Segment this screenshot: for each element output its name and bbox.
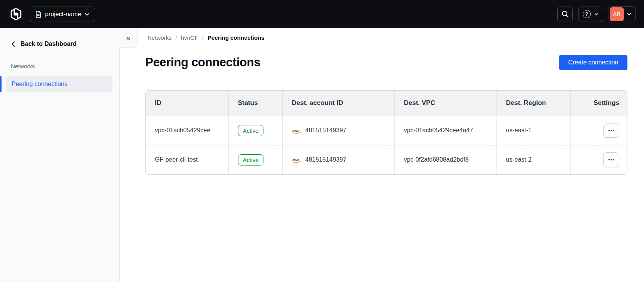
aws-icon: aws [292, 157, 301, 164]
cell-dest-account-id: aws 481515149397 [282, 145, 394, 174]
row-settings-button[interactable] [603, 123, 619, 138]
document-icon [35, 11, 41, 18]
breadcrumb-current: Peering connections [208, 34, 265, 41]
active-indicator [0, 76, 2, 92]
page-title: Peering connections [145, 55, 260, 70]
breadcrumb-hvn[interactable]: hvnGF [181, 34, 198, 41]
hashicorp-logo[interactable] [10, 8, 22, 20]
table-row: vpc-01acb05429cee Active aws 48151514939… [146, 116, 627, 145]
cell-id: vpc-01acb05429cee [146, 116, 228, 145]
row-settings-button[interactable] [603, 152, 619, 167]
hashicorp-logo-icon [10, 8, 22, 20]
search-icon [562, 10, 569, 18]
chevron-down-icon [627, 13, 631, 15]
create-connection-button[interactable]: Create connection [559, 55, 627, 70]
search-button[interactable] [557, 7, 573, 22]
sidebar-section-networks: Networks [11, 63, 119, 69]
svg-text:aws: aws [292, 157, 299, 162]
peering-connections-table: ID Status Dest. account ID Dest. VPC Des… [145, 90, 627, 175]
help-menu-button[interactable]: ? [578, 7, 603, 22]
cell-dest-vpc: vpc-0f2afd6808ad2bdf8 [394, 145, 496, 174]
table-row: GF-peer-cli-test Active aws 481515149397… [146, 145, 627, 174]
breadcrumb-separator: / [202, 34, 204, 41]
project-switcher[interactable]: project-name [30, 7, 95, 22]
cell-settings [570, 116, 627, 145]
sidebar: Back to Dashboard Networks Peering conne… [0, 28, 120, 282]
aws-icon: aws [292, 128, 301, 134]
user-menu-button[interactable]: AB [609, 6, 636, 22]
ellipsis-icon [608, 159, 614, 160]
help-icon: ? [583, 10, 591, 18]
svg-text:aws: aws [292, 128, 299, 132]
column-header-id: ID [146, 91, 228, 116]
back-to-dashboard-label: Back to Dashboard [20, 41, 77, 47]
breadcrumb-separator: / [176, 34, 177, 41]
column-header-status: Status [228, 91, 282, 116]
cell-dest-vpc: vpc-01acb05429cee4a47 [394, 116, 496, 145]
account-id-value: 481515149397 [305, 127, 347, 134]
cell-id: GF-peer-cli-test [146, 145, 228, 174]
status-badge: Active [238, 125, 264, 136]
cell-status: Active [228, 116, 282, 145]
column-header-dest-account-id: Dest. account ID [282, 91, 394, 116]
sidebar-item-peering-connections[interactable]: Peering connections [6, 76, 112, 92]
topbar: project-name ? AB [0, 0, 644, 28]
cell-dest-region: us-east-1 [496, 116, 570, 145]
column-header-dest-region: Dest. Region [496, 91, 570, 116]
app-window: project-name ? AB [0, 0, 644, 282]
breadcrumb-networks[interactable]: Networks [148, 34, 172, 41]
project-name-label: project-name [45, 11, 81, 18]
cell-dest-account-id: aws 481515149397 [282, 116, 394, 145]
chevron-left-icon [12, 41, 15, 47]
cell-dest-region: us-east-2 [496, 145, 570, 174]
column-header-settings: Settings [570, 91, 627, 116]
collapse-icon: « [126, 34, 131, 42]
sidebar-collapse-button[interactable]: « [119, 28, 138, 48]
table-header-row: ID Status Dest. account ID Dest. VPC Des… [146, 91, 627, 116]
sidebar-item-label: Peering connections [12, 81, 67, 88]
cell-status: Active [228, 145, 282, 174]
ellipsis-icon [608, 130, 614, 131]
avatar: AB [610, 7, 624, 21]
column-header-dest-vpc: Dest. VPC [394, 91, 496, 116]
chevron-down-icon [594, 13, 599, 15]
breadcrumb: Networks / hvnGF / Peering connections [148, 34, 627, 41]
status-badge: Active [238, 154, 264, 165]
chevron-down-icon [85, 13, 89, 16]
account-id-value: 481515149397 [305, 156, 347, 163]
back-to-dashboard-link[interactable]: Back to Dashboard [0, 41, 119, 47]
cell-settings [570, 145, 627, 174]
main-content: « Networks / hvnGF / Peering connections… [120, 28, 644, 282]
